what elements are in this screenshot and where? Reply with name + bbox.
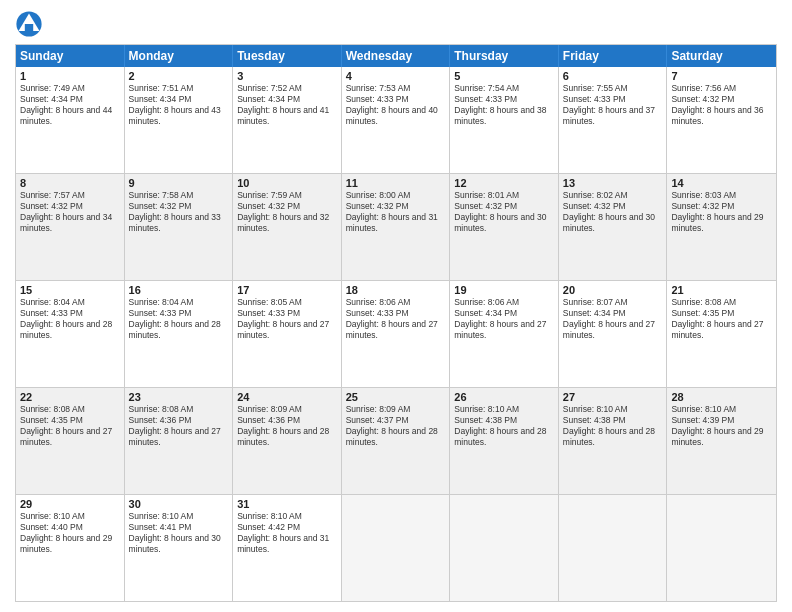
calendar-cell: 22Sunrise: 8:08 AMSunset: 4:35 PMDayligh…: [16, 388, 125, 494]
calendar-cell: 18Sunrise: 8:06 AMSunset: 4:33 PMDayligh…: [342, 281, 451, 387]
calendar-cell: 12Sunrise: 8:01 AMSunset: 4:32 PMDayligh…: [450, 174, 559, 280]
calendar-cell: 23Sunrise: 8:08 AMSunset: 4:36 PMDayligh…: [125, 388, 234, 494]
calendar-cell: 28Sunrise: 8:10 AMSunset: 4:39 PMDayligh…: [667, 388, 776, 494]
calendar-body: 1Sunrise: 7:49 AMSunset: 4:34 PMDaylight…: [16, 67, 776, 601]
day-number: 1: [20, 70, 120, 82]
header-day-saturday: Saturday: [667, 45, 776, 67]
cell-info: Sunrise: 8:06 AMSunset: 4:33 PMDaylight:…: [346, 297, 446, 341]
cell-info: Sunrise: 8:10 AMSunset: 4:42 PMDaylight:…: [237, 511, 337, 555]
cell-info: Sunrise: 8:08 AMSunset: 4:35 PMDaylight:…: [671, 297, 772, 341]
calendar-row-2: 8Sunrise: 7:57 AMSunset: 4:32 PMDaylight…: [16, 173, 776, 280]
calendar-cell: 24Sunrise: 8:09 AMSunset: 4:36 PMDayligh…: [233, 388, 342, 494]
day-number: 3: [237, 70, 337, 82]
day-number: 21: [671, 284, 772, 296]
header-day-wednesday: Wednesday: [342, 45, 451, 67]
day-number: 20: [563, 284, 663, 296]
cell-info: Sunrise: 8:10 AMSunset: 4:40 PMDaylight:…: [20, 511, 120, 555]
calendar-cell: [667, 495, 776, 601]
calendar-cell: 17Sunrise: 8:05 AMSunset: 4:33 PMDayligh…: [233, 281, 342, 387]
day-number: 8: [20, 177, 120, 189]
day-number: 15: [20, 284, 120, 296]
calendar-cell: 19Sunrise: 8:06 AMSunset: 4:34 PMDayligh…: [450, 281, 559, 387]
header-day-friday: Friday: [559, 45, 668, 67]
header-day-sunday: Sunday: [16, 45, 125, 67]
calendar-header: SundayMondayTuesdayWednesdayThursdayFrid…: [16, 45, 776, 67]
cell-info: Sunrise: 8:10 AMSunset: 4:38 PMDaylight:…: [563, 404, 663, 448]
cell-info: Sunrise: 7:55 AMSunset: 4:33 PMDaylight:…: [563, 83, 663, 127]
cell-info: Sunrise: 8:05 AMSunset: 4:33 PMDaylight:…: [237, 297, 337, 341]
calendar-cell: 27Sunrise: 8:10 AMSunset: 4:38 PMDayligh…: [559, 388, 668, 494]
calendar-cell: 15Sunrise: 8:04 AMSunset: 4:33 PMDayligh…: [16, 281, 125, 387]
cell-info: Sunrise: 8:01 AMSunset: 4:32 PMDaylight:…: [454, 190, 554, 234]
calendar-cell: 1Sunrise: 7:49 AMSunset: 4:34 PMDaylight…: [16, 67, 125, 173]
calendar-cell: 7Sunrise: 7:56 AMSunset: 4:32 PMDaylight…: [667, 67, 776, 173]
calendar-cell: [450, 495, 559, 601]
calendar-cell: 14Sunrise: 8:03 AMSunset: 4:32 PMDayligh…: [667, 174, 776, 280]
calendar-cell: [342, 495, 451, 601]
day-number: 31: [237, 498, 337, 510]
day-number: 23: [129, 391, 229, 403]
day-number: 11: [346, 177, 446, 189]
cell-info: Sunrise: 8:10 AMSunset: 4:41 PMDaylight:…: [129, 511, 229, 555]
cell-info: Sunrise: 7:54 AMSunset: 4:33 PMDaylight:…: [454, 83, 554, 127]
page-header: [15, 10, 777, 38]
cell-info: Sunrise: 7:49 AMSunset: 4:34 PMDaylight:…: [20, 83, 120, 127]
calendar-cell: 6Sunrise: 7:55 AMSunset: 4:33 PMDaylight…: [559, 67, 668, 173]
calendar-cell: 2Sunrise: 7:51 AMSunset: 4:34 PMDaylight…: [125, 67, 234, 173]
calendar-cell: 5Sunrise: 7:54 AMSunset: 4:33 PMDaylight…: [450, 67, 559, 173]
calendar-row-4: 22Sunrise: 8:08 AMSunset: 4:35 PMDayligh…: [16, 387, 776, 494]
calendar-row-1: 1Sunrise: 7:49 AMSunset: 4:34 PMDaylight…: [16, 67, 776, 173]
calendar-cell: 30Sunrise: 8:10 AMSunset: 4:41 PMDayligh…: [125, 495, 234, 601]
calendar-row-3: 15Sunrise: 8:04 AMSunset: 4:33 PMDayligh…: [16, 280, 776, 387]
day-number: 13: [563, 177, 663, 189]
day-number: 7: [671, 70, 772, 82]
cell-info: Sunrise: 8:10 AMSunset: 4:38 PMDaylight:…: [454, 404, 554, 448]
cell-info: Sunrise: 8:07 AMSunset: 4:34 PMDaylight:…: [563, 297, 663, 341]
calendar-cell: 21Sunrise: 8:08 AMSunset: 4:35 PMDayligh…: [667, 281, 776, 387]
calendar-cell: 8Sunrise: 7:57 AMSunset: 4:32 PMDaylight…: [16, 174, 125, 280]
cell-info: Sunrise: 8:03 AMSunset: 4:32 PMDaylight:…: [671, 190, 772, 234]
calendar-cell: 25Sunrise: 8:09 AMSunset: 4:37 PMDayligh…: [342, 388, 451, 494]
day-number: 18: [346, 284, 446, 296]
day-number: 30: [129, 498, 229, 510]
calendar-cell: [559, 495, 668, 601]
day-number: 19: [454, 284, 554, 296]
day-number: 28: [671, 391, 772, 403]
calendar-cell: 3Sunrise: 7:52 AMSunset: 4:34 PMDaylight…: [233, 67, 342, 173]
calendar-cell: 16Sunrise: 8:04 AMSunset: 4:33 PMDayligh…: [125, 281, 234, 387]
cell-info: Sunrise: 8:08 AMSunset: 4:35 PMDaylight:…: [20, 404, 120, 448]
calendar-cell: 26Sunrise: 8:10 AMSunset: 4:38 PMDayligh…: [450, 388, 559, 494]
header-day-tuesday: Tuesday: [233, 45, 342, 67]
cell-info: Sunrise: 8:09 AMSunset: 4:37 PMDaylight:…: [346, 404, 446, 448]
cell-info: Sunrise: 7:58 AMSunset: 4:32 PMDaylight:…: [129, 190, 229, 234]
day-number: 25: [346, 391, 446, 403]
header-day-thursday: Thursday: [450, 45, 559, 67]
day-number: 2: [129, 70, 229, 82]
day-number: 16: [129, 284, 229, 296]
calendar-cell: 13Sunrise: 8:02 AMSunset: 4:32 PMDayligh…: [559, 174, 668, 280]
day-number: 29: [20, 498, 120, 510]
day-number: 10: [237, 177, 337, 189]
day-number: 4: [346, 70, 446, 82]
day-number: 9: [129, 177, 229, 189]
cell-info: Sunrise: 8:04 AMSunset: 4:33 PMDaylight:…: [20, 297, 120, 341]
day-number: 24: [237, 391, 337, 403]
cell-info: Sunrise: 8:00 AMSunset: 4:32 PMDaylight:…: [346, 190, 446, 234]
cell-info: Sunrise: 8:04 AMSunset: 4:33 PMDaylight:…: [129, 297, 229, 341]
day-number: 27: [563, 391, 663, 403]
cell-info: Sunrise: 8:08 AMSunset: 4:36 PMDaylight:…: [129, 404, 229, 448]
day-number: 5: [454, 70, 554, 82]
cell-info: Sunrise: 8:06 AMSunset: 4:34 PMDaylight:…: [454, 297, 554, 341]
calendar-cell: 4Sunrise: 7:53 AMSunset: 4:33 PMDaylight…: [342, 67, 451, 173]
calendar-cell: 11Sunrise: 8:00 AMSunset: 4:32 PMDayligh…: [342, 174, 451, 280]
cell-info: Sunrise: 7:53 AMSunset: 4:33 PMDaylight:…: [346, 83, 446, 127]
calendar-cell: 20Sunrise: 8:07 AMSunset: 4:34 PMDayligh…: [559, 281, 668, 387]
calendar: SundayMondayTuesdayWednesdayThursdayFrid…: [15, 44, 777, 602]
svg-rect-2: [25, 24, 33, 31]
cell-info: Sunrise: 8:09 AMSunset: 4:36 PMDaylight:…: [237, 404, 337, 448]
logo-icon: [15, 10, 43, 38]
page: SundayMondayTuesdayWednesdayThursdayFrid…: [0, 0, 792, 612]
day-number: 22: [20, 391, 120, 403]
cell-info: Sunrise: 7:57 AMSunset: 4:32 PMDaylight:…: [20, 190, 120, 234]
calendar-cell: 29Sunrise: 8:10 AMSunset: 4:40 PMDayligh…: [16, 495, 125, 601]
